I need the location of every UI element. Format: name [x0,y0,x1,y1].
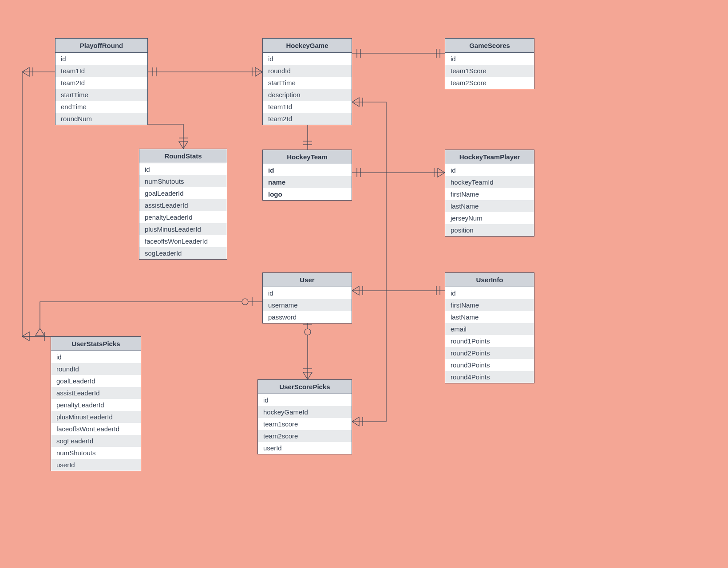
field: round4Points [445,371,534,383]
field: id [263,164,352,176]
field: password [263,311,352,323]
field: penaltyLeaderId [51,399,141,411]
entity-title: HockeyTeamPlayer [445,150,534,164]
entity-userinfo: UserInfo id firstName lastName email rou… [445,272,534,383]
field: roundId [51,363,141,375]
field: position [445,224,534,236]
field: lastName [445,200,534,212]
entity-title: UserScorePicks [258,380,352,394]
field: logo [263,188,352,200]
field: id [51,351,141,363]
entity-gamescores: GameScores id team1Score team2Score [445,38,534,89]
entity-title: PlayoffRound [55,39,147,53]
field: startTime [263,77,352,89]
field: id [445,287,534,299]
field: round2Points [445,347,534,359]
field: id [139,163,227,175]
field: plusMinusLeaderId [139,223,227,235]
entity-title: GameScores [445,39,534,53]
field: startTime [55,89,147,101]
field: sogLeaderId [51,435,141,447]
field: sogLeaderId [139,247,227,259]
field: team1Score [445,65,534,77]
field: penaltyLeaderId [139,211,227,223]
field: team1score [258,418,352,430]
field: assistLeaderId [139,199,227,211]
field: id [445,164,534,176]
field: description [263,89,352,101]
entity-title: UserInfo [445,273,534,287]
svg-point-28 [242,299,248,305]
field: id [55,53,147,65]
field: id [263,53,352,65]
field: id [263,287,352,299]
field: team1Id [55,65,147,77]
field: team2Id [263,113,352,125]
field: hockeyTeamId [445,176,534,188]
field: plusMinusLeaderId [51,411,141,423]
entity-playoffround: PlayoffRound id team1Id team2Id startTim… [55,38,148,125]
entity-title: HockeyTeam [263,150,352,164]
entity-hockeygame: HockeyGame id roundId startTime descript… [262,38,352,125]
entity-title: User [263,273,352,287]
field: userId [51,459,141,471]
svg-point-25 [305,329,311,335]
field: firstName [445,299,534,311]
field: team1Id [263,101,352,113]
field: jerseyNum [445,212,534,224]
field: numShutouts [51,447,141,459]
field: goalLeaderId [139,187,227,199]
field: round1Points [445,335,534,347]
field: userId [258,442,352,454]
entity-hockeyteam: HockeyTeam id name logo [262,150,352,201]
field: team2score [258,430,352,442]
field: firstName [445,188,534,200]
field: name [263,176,352,188]
field: username [263,299,352,311]
field: id [445,53,534,65]
field: faceoffsWonLeaderId [51,423,141,435]
entity-userscorepicks: UserScorePicks id hockeyGameId team1scor… [257,379,352,454]
entity-hockeyteamplayer: HockeyTeamPlayer id hockeyTeamId firstNa… [445,150,534,237]
entity-roundstats: RoundStats id numShutouts goalLeaderId a… [139,149,227,260]
field: id [258,394,352,406]
field: round3Points [445,359,534,371]
entity-user: User id username password [262,272,352,323]
field: roundNum [55,113,147,125]
entity-title: UserStatsPicks [51,337,141,351]
entity-userstatspicks: UserStatsPicks id roundId goalLeaderId a… [51,336,141,471]
field: numShutouts [139,175,227,187]
field: email [445,323,534,335]
field: roundId [263,65,352,77]
field: goalLeaderId [51,375,141,387]
field: endTime [55,101,147,113]
er-diagram-canvas: PlayoffRound id team1Id team2Id startTim… [0,0,728,568]
entity-title: RoundStats [139,149,227,163]
field: team2Id [55,77,147,89]
field: hockeyGameId [258,406,352,418]
field: lastName [445,311,534,323]
entity-title: HockeyGame [263,39,352,53]
field: assistLeaderId [51,387,141,399]
field: faceoffsWonLeaderId [139,235,227,247]
field: team2Score [445,77,534,89]
